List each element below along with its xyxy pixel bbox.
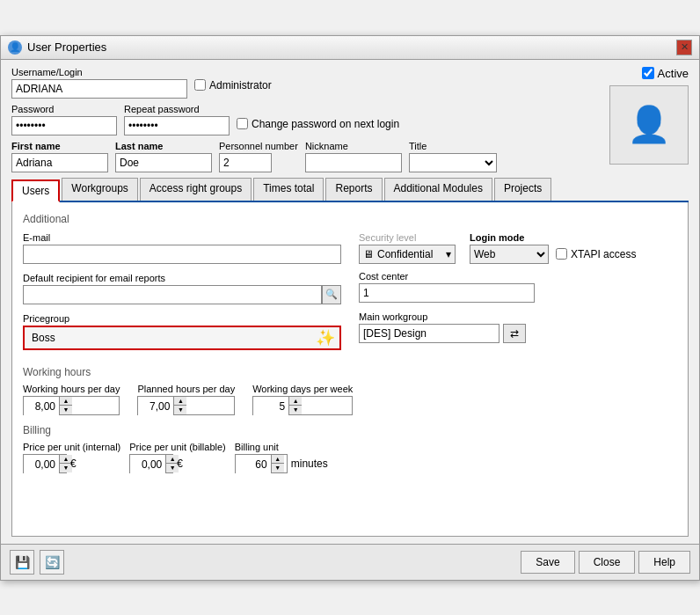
- price-billable-input[interactable]: [130, 455, 165, 474]
- billing-unit-up-button[interactable]: ▲: [272, 455, 284, 464]
- active-label: Active: [658, 67, 689, 80]
- main-workgroup-row: ⇄: [359, 324, 677, 343]
- close-button[interactable]: Close: [579, 551, 636, 574]
- wh-per-day-down-button[interactable]: ▼: [60, 406, 72, 414]
- price-internal-label: Price per unit (internal): [23, 442, 120, 452]
- default-recipient-label: Default recipient for email reports: [23, 273, 341, 283]
- pricegroup-group: Pricegroup ✨: [23, 313, 341, 350]
- billing-unit-down-button[interactable]: ▼: [272, 464, 284, 472]
- tab-users[interactable]: Users: [11, 179, 60, 202]
- personnel-input[interactable]: [219, 153, 272, 172]
- price-billable-row: ▲ ▼ €: [129, 454, 225, 473]
- email-input[interactable]: [23, 245, 341, 264]
- repeat-password-input[interactable]: [124, 116, 230, 135]
- lastname-label: Last name: [115, 141, 212, 151]
- billing-unit-group: Billing unit ▲ ▼ minutes: [235, 442, 328, 473]
- help-button[interactable]: Help: [638, 551, 690, 574]
- main-content: Username/Login Administrator Password: [1, 60, 699, 544]
- additional-two-col: E-mail Default recipient for email repor…: [23, 232, 677, 359]
- firstname-input[interactable]: [11, 153, 108, 172]
- planned-hours-group: Planned hours per day ▲ ▼: [137, 384, 235, 415]
- change-password-label: Change password on next login: [252, 118, 399, 130]
- email-group: E-mail: [23, 232, 341, 264]
- workgroup-icon: ⇄: [510, 327, 519, 340]
- title-select[interactable]: [409, 153, 497, 172]
- main-workgroup-button[interactable]: ⇄: [503, 324, 526, 343]
- footer-right: Save Close Help: [521, 551, 690, 574]
- currency-billable: €: [177, 458, 183, 470]
- security-label: Security level: [359, 232, 456, 243]
- wh-per-day-spinbox-btns: ▲ ▼: [59, 397, 72, 414]
- price-internal-input[interactable]: [24, 455, 59, 474]
- currency-internal: €: [70, 458, 77, 470]
- planned-hours-input[interactable]: [138, 397, 173, 416]
- main-workgroup-input[interactable]: [359, 324, 499, 343]
- work-days-label: Working days per week: [252, 384, 353, 394]
- planned-hours-down-button[interactable]: ▼: [174, 406, 186, 414]
- password-input[interactable]: [11, 116, 117, 135]
- admin-checkbox[interactable]: [194, 79, 206, 91]
- avatar-icon: 👤: [627, 104, 671, 145]
- tab-modules[interactable]: Additional Modules: [384, 178, 492, 201]
- nickname-group: Nickname: [305, 141, 402, 172]
- price-billable-spinbox: ▲ ▼: [129, 454, 173, 473]
- main-workgroup-label: Main workgroup: [359, 311, 677, 322]
- confidential-dropdown[interactable]: 🖥 Confidential ▾: [359, 245, 456, 264]
- login-mode-select[interactable]: Web: [470, 245, 549, 264]
- save-icon-button[interactable]: 💾: [10, 550, 34, 575]
- close-window-button[interactable]: ✕: [676, 40, 692, 55]
- tab-workgroups[interactable]: Workgroups: [62, 178, 137, 201]
- personnel-group: Personnel number: [219, 141, 298, 172]
- tab-projects[interactable]: Projects: [494, 178, 551, 201]
- pricegroup-label: Pricegroup: [23, 313, 341, 324]
- xtapi-checkbox[interactable]: [556, 248, 567, 260]
- tab-access[interactable]: Access right groups: [140, 178, 252, 201]
- username-input[interactable]: [11, 79, 187, 99]
- title-bar: 👤 User Properties ✕: [1, 36, 699, 60]
- wh-per-day-group: Working hours per day ▲ ▼: [23, 384, 120, 415]
- title-label: Title: [409, 141, 497, 151]
- tab-times[interactable]: Times total: [253, 178, 324, 201]
- username-label: Username/Login: [11, 67, 592, 77]
- email-label: E-mail: [23, 232, 341, 243]
- nickname-input[interactable]: [305, 153, 402, 172]
- xtapi-label: XTAPI access: [571, 248, 636, 260]
- default-recipient-search-button[interactable]: 🔍: [322, 285, 341, 304]
- username-section: Username/Login Administrator: [11, 67, 592, 99]
- pricegroup-box: ✨: [23, 326, 341, 350]
- monitor-icon: 🖥: [363, 248, 374, 260]
- tab-reports[interactable]: Reports: [325, 178, 382, 201]
- title-group: Title: [409, 141, 497, 172]
- refresh-icon-button[interactable]: 🔄: [40, 550, 64, 575]
- window-title: User Properties: [27, 40, 106, 54]
- default-recipient-input[interactable]: [23, 285, 322, 304]
- cost-center-input[interactable]: [359, 283, 535, 303]
- pricegroup-spark-button[interactable]: ✨: [315, 327, 336, 348]
- work-days-down-button[interactable]: ▼: [289, 406, 302, 414]
- work-days-spinbox: ▲ ▼: [252, 396, 353, 415]
- firstname-label: First name: [11, 141, 108, 151]
- pricegroup-input[interactable]: [28, 328, 315, 348]
- billing-unit-row: ▲ ▼ minutes: [235, 454, 328, 473]
- personnel-label: Personnel number: [219, 141, 298, 151]
- password-group: Password: [11, 104, 117, 135]
- user-properties-window: 👤 User Properties ✕ Username/Login Admin…: [0, 35, 700, 581]
- wh-per-day-up-button[interactable]: ▲: [60, 397, 72, 406]
- work-days-input[interactable]: [253, 397, 288, 416]
- save-button[interactable]: Save: [521, 551, 574, 574]
- change-password-checkbox[interactable]: [237, 118, 248, 129]
- planned-hours-up-button[interactable]: ▲: [174, 397, 186, 406]
- working-hours-title: Working hours: [23, 366, 677, 378]
- default-recipient-group: Default recipient for email reports 🔍: [23, 273, 341, 304]
- active-checkbox[interactable]: [642, 67, 654, 79]
- change-password-row: Change password on next login: [237, 118, 399, 130]
- password-row: Password Repeat password Change password…: [11, 104, 592, 135]
- planned-hours-spinbox: ▲ ▼: [137, 396, 235, 415]
- work-days-up-button[interactable]: ▲: [289, 397, 302, 406]
- wh-per-day-input[interactable]: [24, 397, 59, 416]
- lastname-input[interactable]: [115, 153, 212, 172]
- security-group: Security level 🖥 Confidential ▾: [359, 232, 456, 264]
- default-recipient-row: 🔍: [23, 285, 341, 304]
- billing-unit-input[interactable]: [236, 455, 271, 474]
- cost-center-label: Cost center: [359, 271, 677, 282]
